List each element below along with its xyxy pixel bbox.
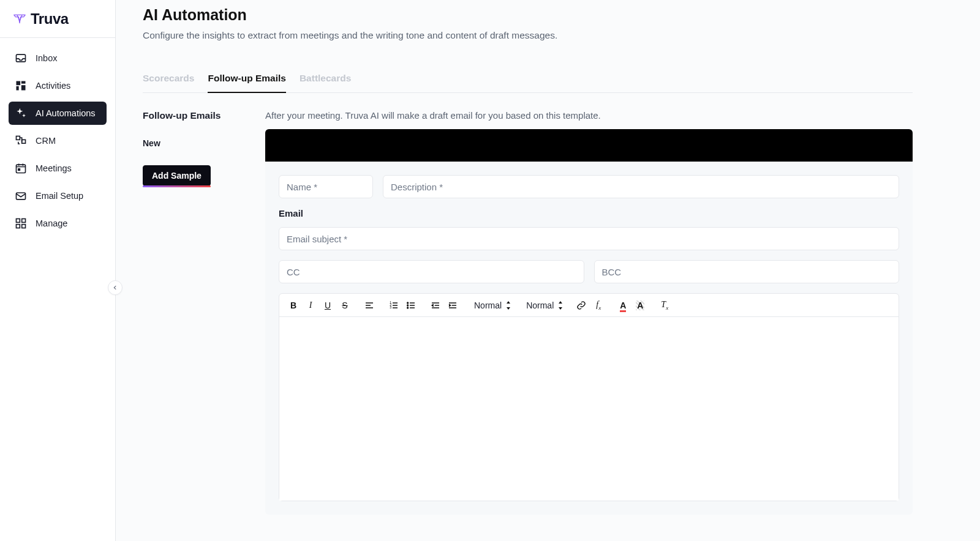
activities-icon	[15, 80, 27, 92]
left-column: Follow-up Emails New Add Sample	[143, 110, 241, 515]
mail-icon	[15, 190, 27, 202]
chevron-left-icon	[112, 285, 118, 291]
svg-rect-11	[17, 219, 20, 223]
bold-button[interactable]: B	[285, 297, 301, 313]
right-column: After your meeting. Truva AI will make a…	[265, 110, 913, 515]
sparkle-icon	[15, 107, 27, 119]
sidebar-item-label: Manage	[36, 218, 67, 228]
tab-scorecards[interactable]: Scorecards	[143, 73, 194, 92]
indent-button[interactable]	[445, 297, 461, 313]
svg-rect-13	[17, 225, 20, 228]
formula-icon: fx	[596, 300, 601, 311]
align-left-icon	[364, 300, 374, 310]
ordered-list-button[interactable]: 123	[386, 297, 402, 313]
editor-body[interactable]	[279, 317, 899, 501]
svg-text:3: 3	[390, 305, 391, 309]
sidebar-item-label: Inbox	[36, 53, 57, 63]
text-color-button[interactable]: A	[615, 297, 631, 313]
cc-input[interactable]	[279, 260, 584, 283]
svg-rect-9	[18, 169, 20, 171]
editor-toolbar: B I U S	[279, 294, 899, 317]
add-sample-button[interactable]: Add Sample	[143, 165, 211, 186]
highlight-button[interactable]: A	[632, 297, 648, 313]
sidebar-item-label: CRM	[36, 136, 56, 146]
italic-button[interactable]: I	[303, 297, 318, 313]
logo-text: Truva	[31, 10, 69, 28]
bullet-list-button[interactable]	[403, 297, 419, 313]
inbox-icon	[15, 52, 27, 64]
svg-rect-1	[17, 81, 21, 86]
clear-format-icon: Tx	[661, 300, 668, 311]
page-title: AI Automation	[143, 6, 913, 24]
name-input[interactable]	[279, 175, 373, 198]
card-body: Email B I U	[265, 162, 913, 515]
logo-area: Truva	[0, 0, 115, 38]
email-body-editor: B I U S	[279, 293, 899, 501]
outdent-icon	[431, 300, 440, 310]
text-color-icon: A	[620, 300, 626, 310]
strikethrough-button[interactable]: S	[337, 297, 353, 313]
svg-rect-12	[22, 219, 26, 223]
logo[interactable]: Truva	[13, 10, 69, 28]
link-icon	[576, 300, 586, 310]
bullet-list-icon	[406, 300, 416, 310]
crm-icon	[15, 135, 27, 147]
content-row: Follow-up Emails New Add Sample After yo…	[143, 110, 913, 515]
sidebar-item-label: Meetings	[36, 163, 72, 173]
svg-point-19	[407, 305, 409, 306]
indent-icon	[448, 300, 458, 310]
svg-rect-7	[22, 140, 26, 143]
sidebar-item-label: AI Automations	[36, 108, 96, 118]
main: AI Automation Configure the insights to …	[116, 0, 980, 541]
sidebar-item-label: Email Setup	[36, 191, 83, 201]
calendar-icon	[15, 162, 27, 174]
card-header-bar	[265, 129, 913, 162]
template-new[interactable]: New	[143, 138, 241, 148]
description-input[interactable]	[383, 175, 899, 198]
formula-button[interactable]: fx	[590, 297, 606, 313]
sidebar-item-meetings[interactable]: Meetings	[9, 157, 107, 180]
select-arrows-icon	[505, 301, 511, 310]
hint-text: After your meeting. Truva AI will make a…	[265, 110, 913, 121]
clear-format-button[interactable]: Tx	[657, 297, 673, 313]
page-subtitle: Configure the insights to extract from m…	[143, 30, 913, 41]
tabs: Scorecards Follow-up Emails Battlecards	[143, 73, 913, 93]
sidebar-item-inbox[interactable]: Inbox	[9, 47, 107, 70]
sidebar-item-email-setup[interactable]: Email Setup	[9, 184, 107, 207]
align-button[interactable]	[361, 297, 377, 313]
outdent-button[interactable]	[428, 297, 443, 313]
svg-point-18	[407, 302, 409, 304]
sidebar-item-activities[interactable]: Activities	[9, 74, 107, 97]
heading-select-value: Normal	[474, 300, 502, 310]
svg-rect-2	[21, 81, 26, 84]
svg-rect-10	[17, 193, 26, 200]
email-section-label: Email	[279, 208, 899, 218]
svg-point-20	[407, 307, 409, 308]
section-heading: Follow-up Emails	[143, 110, 241, 121]
sidebar-item-crm[interactable]: CRM	[9, 129, 107, 152]
underline-button[interactable]: U	[320, 297, 336, 313]
size-select[interactable]: Normal	[521, 297, 565, 313]
select-arrows-icon	[557, 301, 564, 310]
svg-rect-8	[17, 165, 26, 173]
ordered-list-icon: 123	[389, 300, 399, 310]
nav: Inbox Activities AI Automations CRM	[0, 38, 115, 244]
tab-battlecards[interactable]: Battlecards	[300, 73, 351, 92]
heading-select[interactable]: Normal	[469, 297, 513, 313]
collapse-sidebar-button[interactable]	[108, 280, 123, 295]
svg-rect-6	[17, 136, 20, 140]
logo-mark-icon	[13, 13, 26, 25]
template-card: Email B I U	[265, 129, 913, 515]
svg-rect-5	[21, 85, 26, 90]
grid-icon	[15, 217, 27, 229]
sidebar-item-manage[interactable]: Manage	[9, 212, 107, 235]
email-subject-input[interactable]	[279, 227, 899, 250]
size-select-value: Normal	[526, 300, 554, 310]
sidebar-item-label: Activities	[36, 81, 70, 91]
sidebar-item-ai-automations[interactable]: AI Automations	[9, 102, 107, 125]
highlight-icon: A	[636, 300, 644, 310]
bcc-input[interactable]	[594, 260, 900, 283]
link-button[interactable]	[573, 297, 589, 313]
svg-rect-14	[22, 225, 26, 228]
tab-follow-up-emails[interactable]: Follow-up Emails	[208, 73, 285, 92]
